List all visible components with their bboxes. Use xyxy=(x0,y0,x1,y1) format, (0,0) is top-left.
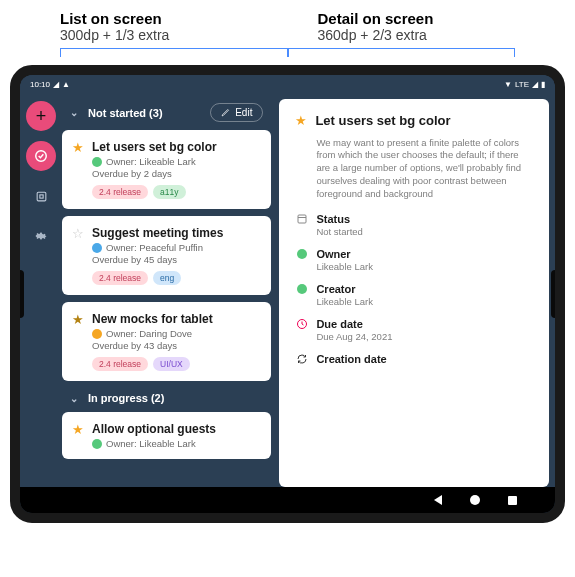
rail-archive-button[interactable] xyxy=(26,181,56,211)
task-card[interactable]: ★ Let users set bg color Owner: Likeable… xyxy=(62,130,271,209)
nav-rail: + xyxy=(20,93,62,487)
card-title: Allow optional guests xyxy=(92,422,259,436)
section-in-progress[interactable]: ⌄ In progress (2) xyxy=(62,388,271,412)
svg-rect-3 xyxy=(298,215,306,223)
card-owner: Owner: Daring Dove xyxy=(92,328,259,339)
card-title: New mocks for tablet xyxy=(92,312,259,326)
detail-title: Let users set bg color xyxy=(315,113,450,129)
card-owner: Owner: Peaceful Puffin xyxy=(92,242,259,253)
card-owner: Owner: Likeable Lark xyxy=(92,438,259,449)
status-icon: ◢ xyxy=(53,80,59,89)
star-icon[interactable]: ★ xyxy=(72,422,84,449)
owner-avatar-icon xyxy=(92,329,102,339)
chip[interactable]: 2.4 release xyxy=(92,357,148,371)
task-card[interactable]: ☆ Suggest meeting times Owner: Peaceful … xyxy=(62,216,271,295)
rail-tasks-button[interactable] xyxy=(26,141,56,171)
nav-back[interactable] xyxy=(434,495,442,505)
owner-avatar-icon xyxy=(92,439,102,449)
field-creator: CreatorLikeable Lark xyxy=(295,283,533,307)
battery-icon: ▮ xyxy=(541,80,545,89)
layout-labels: List on screen 300dp + 1/3 extra Detail … xyxy=(10,10,565,48)
clock-icon xyxy=(295,318,308,331)
nav-home[interactable] xyxy=(470,495,480,505)
creator-icon xyxy=(295,283,308,296)
wifi-icon: ▼ xyxy=(504,80,512,89)
chip[interactable]: 2.4 release xyxy=(92,271,148,285)
chevron-down-icon: ⌄ xyxy=(70,107,78,118)
card-owner: Owner: Likeable Lark xyxy=(92,156,259,167)
android-navbar xyxy=(20,487,555,513)
status-time: 10:10 xyxy=(30,80,50,89)
rail-settings-button[interactable] xyxy=(26,221,56,251)
star-icon[interactable]: ★ xyxy=(72,140,84,199)
device-frame: 10:10 ◢ ▲ ▼ LTE ◢ ▮ + xyxy=(10,65,565,523)
card-overdue: Overdue by 2 days xyxy=(92,168,259,179)
list-label-title: List on screen xyxy=(60,10,258,27)
edit-button[interactable]: Edit xyxy=(210,103,263,122)
section-not-started[interactable]: ⌄ Not started (3) xyxy=(70,103,163,122)
nav-recent[interactable] xyxy=(508,496,517,505)
task-card[interactable]: ★ Allow optional guests Owner: Likeable … xyxy=(62,412,271,459)
list-label-sub: 300dp + 1/3 extra xyxy=(60,27,258,43)
edit-label: Edit xyxy=(235,107,252,118)
chip[interactable]: 2.4 release xyxy=(92,185,148,199)
brackets xyxy=(10,48,565,65)
status-icon xyxy=(295,213,308,226)
field-creation: Creation date xyxy=(295,353,533,366)
card-title: Suggest meeting times xyxy=(92,226,259,240)
warning-icon: ▲ xyxy=(62,80,70,89)
svg-rect-2 xyxy=(39,194,42,197)
section-label: In progress (2) xyxy=(88,392,164,404)
star-icon[interactable]: ★ xyxy=(295,113,307,129)
field-owner: OwnerLikeable Lark xyxy=(295,248,533,272)
signal-icon: ◢ xyxy=(532,80,538,89)
chip[interactable]: a11y xyxy=(153,185,185,199)
owner-icon xyxy=(295,248,308,261)
card-overdue: Overdue by 45 days xyxy=(92,254,259,265)
section-label: Not started (3) xyxy=(88,107,163,119)
refresh-icon xyxy=(295,353,308,366)
chip[interactable]: eng xyxy=(153,271,181,285)
list-pane: ⌄ Not started (3) Edit ★ Let users set b… xyxy=(62,99,271,487)
star-icon[interactable]: ☆ xyxy=(72,226,84,285)
detail-description: We may want to present a finite palette … xyxy=(295,137,533,201)
svg-rect-1 xyxy=(37,192,46,201)
star-icon[interactable]: ★ xyxy=(72,312,84,371)
card-overdue: Overdue by 43 days xyxy=(92,340,259,351)
detail-label-sub: 360dp + 2/3 extra xyxy=(318,27,516,43)
detail-label-title: Detail on screen xyxy=(318,10,516,27)
task-card[interactable]: ★ New mocks for tablet Owner: Daring Dov… xyxy=(62,302,271,381)
add-button[interactable]: + xyxy=(26,101,56,131)
net-label: LTE xyxy=(515,80,529,89)
card-title: Let users set bg color xyxy=(92,140,259,154)
field-due: Due dateDue Aug 24, 2021 xyxy=(295,318,533,342)
owner-avatar-icon xyxy=(92,157,102,167)
owner-avatar-icon xyxy=(92,243,102,253)
chip[interactable]: UI/UX xyxy=(153,357,190,371)
chevron-down-icon: ⌄ xyxy=(70,393,78,404)
field-status: StatusNot started xyxy=(295,213,533,237)
status-bar: 10:10 ◢ ▲ ▼ LTE ◢ ▮ xyxy=(20,75,555,93)
detail-pane: ★ Let users set bg color We may want to … xyxy=(279,99,549,487)
